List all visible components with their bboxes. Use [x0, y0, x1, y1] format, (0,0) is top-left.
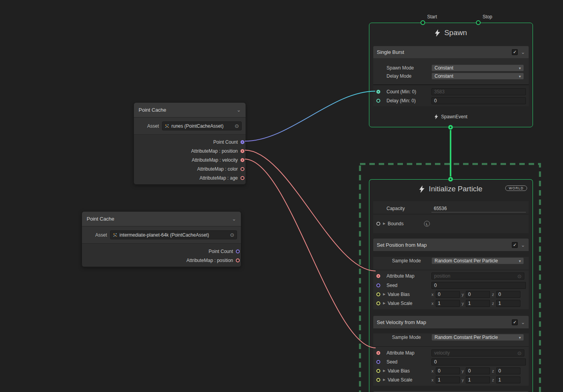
asset-object-field[interactable]: runes (PointCacheAsset) — [162, 121, 242, 130]
attribute-map-row: Attribute Map velocity — [373, 349, 529, 357]
attribute-map-field[interactable]: position — [431, 273, 524, 280]
spawn-event-output-port[interactable] — [448, 125, 453, 130]
value-scale-input-port[interactable] — [376, 378, 380, 382]
single-burst-block-header[interactable]: Single Burst — [373, 46, 529, 58]
seed-field[interactable]: 0 — [431, 358, 526, 365]
attrmap-color-output-port[interactable] — [241, 167, 244, 171]
object-picker-icon[interactable] — [517, 274, 522, 279]
initialize-input-port[interactable] — [448, 177, 453, 182]
point-cache-node-1[interactable]: Point Cache Asset runes (PointCacheAsset… — [134, 102, 246, 185]
delay-input-port[interactable] — [376, 99, 380, 103]
block-enabled-checkbox[interactable] — [512, 319, 518, 325]
value-bias-input-port[interactable] — [376, 292, 380, 296]
point-cache-asset-icon — [113, 233, 118, 237]
value-scale-z-field[interactable]: 1 — [496, 300, 520, 307]
vfx-graph-canvas[interactable]: Start Stop Spawn Single Burst Spawn Mode… — [0, 0, 563, 392]
set-velocity-block-header[interactable]: Set Velocity from Map — [373, 316, 529, 328]
flow-input-stop-port[interactable] — [476, 20, 481, 25]
world-space-badge[interactable]: WORLD — [505, 185, 527, 191]
point-count-output-port[interactable] — [241, 140, 244, 144]
value-bias-y-field[interactable]: 0 — [466, 367, 490, 374]
object-picker-icon[interactable] — [235, 123, 239, 128]
point-cache-2-header[interactable]: Point Cache — [82, 212, 241, 226]
edge-point-count-to-count[interactable] — [245, 91, 375, 141]
delay-mode-value: Constant — [435, 73, 453, 79]
capacity-field[interactable]: 65536 — [431, 205, 526, 212]
sample-mode-dropdown[interactable]: Random Constant Per Particle — [431, 334, 524, 341]
seed-input-port[interactable] — [376, 360, 380, 364]
seed-label: Seed — [387, 359, 397, 365]
value-scale-y-field[interactable]: 1 — [466, 300, 490, 307]
edge-position-map[interactable] — [245, 150, 376, 271]
count-value: 3583 — [434, 89, 445, 94]
value-bias-x-field[interactable]: 0 — [436, 291, 460, 298]
output-row: AttributeMap : velocity — [134, 155, 246, 164]
delay-label: Delay (Min: 0) — [387, 98, 416, 103]
point-cache-1-header[interactable]: Point Cache — [134, 103, 246, 118]
attribute-map-label: Attribute Map — [387, 273, 414, 279]
chevron-down-icon[interactable] — [232, 216, 236, 222]
seed-input-port[interactable] — [376, 283, 380, 287]
attrmap-position-output-port[interactable] — [236, 258, 240, 262]
seed-field[interactable]: 0 — [431, 282, 526, 289]
point-count-output-port[interactable] — [236, 249, 240, 253]
sample-mode-value: Random Constant Per Particle — [435, 335, 498, 340]
object-picker-icon[interactable] — [517, 351, 522, 356]
attribute-map-input-port[interactable] — [376, 351, 380, 355]
output-row: AttributeMap : age — [134, 173, 246, 182]
attrmap-position-output-port[interactable] — [241, 149, 244, 153]
delay-mode-dropdown[interactable]: Constant — [431, 73, 524, 80]
block-enabled-checkbox[interactable] — [512, 242, 518, 248]
count-input-port[interactable] — [376, 90, 380, 94]
seed-label: Seed — [387, 283, 397, 288]
delay-mode-label: Delay Mode — [387, 73, 412, 79]
value-bias-input-port[interactable] — [376, 369, 380, 373]
bounds-label: Bounds — [388, 221, 404, 226]
foldout-arrow-icon[interactable] — [383, 222, 385, 225]
attribute-map-input-port[interactable] — [376, 274, 380, 278]
chevron-down-icon[interactable] — [521, 49, 525, 55]
axis-z-label: z — [492, 301, 494, 306]
value-bias-z-field[interactable]: 0 — [496, 291, 520, 298]
value-scale-x-field[interactable]: 1 — [436, 300, 460, 307]
block-enabled-checkbox[interactable] — [512, 49, 518, 55]
spawn-context-node[interactable]: Spawn Single Burst Spawn Mode Constant D… — [369, 23, 533, 127]
sample-mode-dropdown[interactable]: Random Constant Per Particle — [431, 257, 524, 264]
chevron-down-icon[interactable] — [237, 107, 241, 113]
edge-velocity-map[interactable] — [245, 159, 376, 348]
chevron-down-icon[interactable] — [521, 242, 525, 248]
initialize-context-node[interactable]: Initialize Particle WORLD Capacity 65536… — [369, 179, 533, 392]
delay-field[interactable]: 0 — [431, 97, 526, 104]
value-bias-y-field[interactable]: 0 — [466, 291, 490, 298]
point-cache-node-2[interactable]: Point Cache Asset intermediate-planet-64… — [82, 211, 241, 267]
foldout-arrow-icon[interactable] — [383, 293, 385, 296]
attribute-map-row: Attribute Map position — [373, 272, 529, 280]
flow-input-start-port[interactable] — [420, 20, 425, 25]
axis-y-label: y — [462, 369, 464, 373]
set-position-block-header[interactable]: Set Position from Map — [373, 239, 529, 251]
axis-y-label: y — [462, 378, 464, 382]
value-scale-input-port[interactable] — [376, 301, 380, 305]
value-scale-x-field[interactable]: 1 — [436, 376, 460, 383]
value-bias-x-field[interactable]: 0 — [436, 367, 460, 374]
foldout-arrow-icon[interactable] — [383, 302, 385, 305]
count-field[interactable]: 3583 — [431, 88, 526, 95]
chevron-down-icon[interactable] — [521, 319, 525, 325]
object-picker-icon[interactable] — [230, 232, 234, 237]
attrmap-position-label: AttributeMap : position — [187, 258, 233, 263]
attribute-map-field[interactable]: velocity — [431, 349, 524, 356]
attrmap-age-label: AttributeMap : age — [200, 175, 238, 181]
value-scale-y-field[interactable]: 1 — [466, 376, 490, 383]
value-bias-z-field[interactable]: 0 — [496, 367, 520, 374]
attrmap-age-output-port[interactable] — [241, 176, 244, 180]
foldout-arrow-icon[interactable] — [383, 369, 385, 372]
local-space-icon[interactable]: L — [424, 221, 430, 227]
axis-z-label: z — [492, 369, 494, 373]
value-scale-z-field[interactable]: 1 — [496, 376, 520, 383]
value-scale-row: Value Scale x 1 y 1 z 1 — [373, 299, 529, 308]
foldout-arrow-icon[interactable] — [383, 378, 385, 381]
spawn-mode-dropdown[interactable]: Constant — [431, 64, 524, 71]
bounds-input-port[interactable] — [376, 222, 380, 226]
attrmap-velocity-output-port[interactable] — [241, 158, 244, 162]
asset-object-field[interactable]: intermediate-planet-64k (PointCacheAsset… — [110, 230, 237, 239]
